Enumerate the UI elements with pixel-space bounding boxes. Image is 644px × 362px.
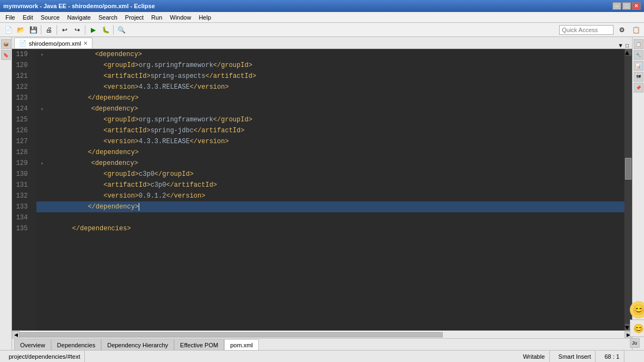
tab-maximize-btn[interactable]: □: [624, 42, 630, 48]
tab-close-btn[interactable]: ✕: [83, 40, 88, 46]
tab-icon: 📄: [19, 40, 27, 47]
right-sidebar-bottom: 😊 😊 Ju: [630, 301, 645, 348]
toolbar-debug[interactable]: 🐛: [100, 24, 112, 36]
left-sidebar: 📦 🔖: [0, 37, 12, 350]
line-num-119: 119: [12, 49, 32, 60]
right-emoji-2[interactable]: 😊: [630, 320, 645, 337]
toolbar-sep-4: [113, 25, 114, 35]
quick-access-btn[interactable]: ⚙: [616, 24, 628, 36]
quick-access-input[interactable]: [559, 25, 614, 35]
right-icon-ju[interactable]: Ju: [630, 338, 640, 348]
line-num-135: 135: [12, 223, 32, 234]
tab-label: shirodemo/pom.xml: [29, 40, 81, 47]
right-icon-3[interactable]: 📊: [634, 61, 643, 71]
open-perspective-btn[interactable]: 📋: [630, 24, 642, 36]
main-container: 📦 🔖 📄 shirodemo/pom.xml ✕ ▼ □: [0, 37, 644, 362]
bottom-tab-effective[interactable]: Effective POM: [174, 339, 224, 350]
right-icon-2[interactable]: 🔧: [634, 50, 643, 60]
toolbar: 📄 📂 💾 🖨 ↩ ↪ ▶ 🐛 🔍 ⚙ 📋: [0, 23, 644, 37]
status-bar: project/dependencies/#text Writable Smar…: [0, 350, 644, 362]
code-line-135: </dependencies>: [36, 223, 624, 234]
vertical-scrollbar[interactable]: ▲ ▼: [624, 49, 632, 330]
tab-list-btn[interactable]: ▼: [617, 42, 624, 48]
bottom-tab-dependencies[interactable]: Dependencies: [51, 339, 101, 350]
toolbar-new[interactable]: 📄: [2, 24, 14, 36]
sidebar-icon-2[interactable]: 🔖: [1, 50, 11, 60]
code-line-132: <version>0.9.1.2</version>: [36, 191, 624, 201]
code-line-133: </dependency>: [36, 201, 624, 212]
toolbar-sep-1: [41, 25, 41, 35]
right-emoji-1[interactable]: 😊: [630, 301, 645, 318]
menu-file[interactable]: File: [2, 13, 18, 22]
toolbar-print[interactable]: 🖨: [43, 24, 55, 36]
bottom-tab-hierarchy[interactable]: Dependency Hierarchy: [101, 339, 174, 350]
code-line-130: <groupId>c3p0</groupId>: [36, 169, 624, 180]
menu-navigate[interactable]: Navigate: [64, 13, 94, 22]
line-num-125: 125: [12, 114, 32, 125]
status-insert-mode: Smart Insert: [554, 351, 596, 362]
toolbar-run[interactable]: ▶: [87, 24, 99, 36]
line-num-124: 124: [12, 103, 32, 114]
code-line-126: <artifactId>spring-jdbc</artifactId>: [36, 125, 624, 136]
menu-edit[interactable]: Edit: [20, 13, 36, 22]
fold-124[interactable]: ▸: [41, 106, 44, 112]
code-line-123: </dependency>: [36, 93, 624, 103]
line-num-122: 122: [12, 82, 32, 93]
scroll-thumb[interactable]: [625, 158, 631, 180]
right-icon-5[interactable]: 📌: [634, 83, 643, 93]
toolbar-undo[interactable]: ↩: [59, 24, 71, 36]
code-content[interactable]: ▸ <dependency> <groupId>org.springframew…: [36, 49, 624, 330]
code-editor[interactable]: 119 120 121 122 123 124 125 126 127 128 …: [12, 49, 632, 330]
bottom-tab-pomxml[interactable]: pom.xml: [224, 339, 259, 350]
toolbar-open[interactable]: 📂: [15, 24, 27, 36]
scroll-left-btn[interactable]: ◀: [12, 331, 20, 339]
status-path: project/dependencies/#text: [4, 351, 85, 362]
quick-access-area: ⚙ 📋: [559, 24, 642, 36]
menu-run[interactable]: Run: [148, 13, 165, 22]
editor-tab-pom[interactable]: 📄 shirodemo/pom.xml ✕: [14, 38, 92, 48]
line-num-120: 120: [12, 60, 32, 71]
bottom-tab-overview[interactable]: Overview: [14, 339, 51, 350]
status-position: 68 : 1: [600, 351, 624, 362]
code-line-128: </dependency>: [36, 147, 624, 158]
menu-help[interactable]: Help: [195, 13, 214, 22]
line-num-121: 121: [12, 71, 32, 82]
menu-project[interactable]: Project: [122, 13, 147, 22]
fold-119[interactable]: ▸: [41, 52, 44, 58]
maximize-button[interactable]: □: [622, 2, 631, 10]
menu-source[interactable]: Source: [38, 13, 63, 22]
code-line-131: <artifactId>c3p0</artifactId>: [36, 180, 624, 191]
right-icon-4[interactable]: 🗺: [634, 72, 643, 82]
code-line-129: ▸ <dependency>: [36, 158, 624, 169]
scroll-up-btn[interactable]: ▲: [625, 49, 631, 56]
h-scroll-track[interactable]: [20, 332, 624, 338]
line-num-134: 134: [12, 212, 32, 223]
menu-bar: File Edit Source Navigate Search Project…: [0, 12, 644, 23]
line-num-131: 131: [12, 180, 32, 191]
line-num-133: 133: [12, 201, 32, 212]
line-num-126: 126: [12, 125, 32, 136]
text-cursor: [139, 203, 139, 211]
toolbar-search[interactable]: 🔍: [115, 24, 127, 36]
editor-container: 📄 shirodemo/pom.xml ✕ ▼ □ 119 120 121 12…: [12, 37, 632, 350]
minimize-button[interactable]: ─: [612, 2, 621, 10]
toolbar-sep-2: [57, 25, 57, 35]
line-num-128: 128: [12, 147, 32, 158]
toolbar-redo[interactable]: ↪: [71, 24, 83, 36]
line-numbers: 119 120 121 122 123 124 125 126 127 128 …: [12, 49, 36, 330]
status-writable: Writable: [518, 351, 549, 362]
line-num-130: 130: [12, 169, 32, 180]
right-icon-1[interactable]: 📋: [634, 39, 643, 49]
h-scroll-thumb[interactable]: [20, 332, 443, 338]
toolbar-sep-3: [85, 25, 85, 35]
sidebar-icon-1[interactable]: 📦: [1, 39, 11, 49]
toolbar-save[interactable]: 💾: [27, 24, 39, 36]
close-button[interactable]: ✕: [632, 2, 641, 10]
code-line-124: ▸ <dependency>: [36, 103, 624, 114]
menu-window[interactable]: Window: [166, 13, 194, 22]
horizontal-scrollbar[interactable]: ◀ ▶: [12, 330, 632, 338]
code-line-125: <groupId>org.springframework</groupId>: [36, 114, 624, 125]
menu-search[interactable]: Search: [95, 13, 121, 22]
fold-129[interactable]: ▸: [41, 161, 44, 167]
code-line-127: <version>4.3.3.RELEASE</version>: [36, 136, 624, 147]
